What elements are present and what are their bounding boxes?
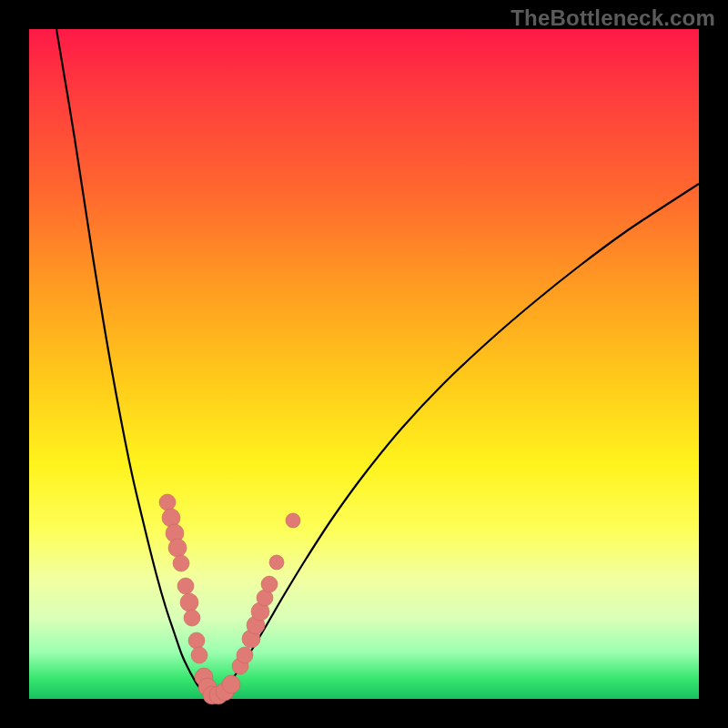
data-marker [222,675,240,693]
chart-frame: TheBottleneck.com [0,0,728,728]
data-marker [173,555,189,571]
data-marker [191,647,207,663]
data-marker [159,494,176,511]
data-marker [269,555,284,570]
data-marker [188,632,205,649]
data-marker [180,593,198,612]
curve-right-branch [212,184,699,696]
chart-svg [29,29,699,699]
data-markers-group [159,494,300,704]
data-marker [162,509,180,527]
plot-area [29,29,699,699]
data-marker [177,578,194,594]
data-marker [286,513,300,528]
data-marker [168,539,187,557]
watermark-text: TheBottleneck.com [511,5,715,31]
data-marker [184,610,200,626]
data-marker [261,576,278,592]
data-marker [237,647,253,663]
